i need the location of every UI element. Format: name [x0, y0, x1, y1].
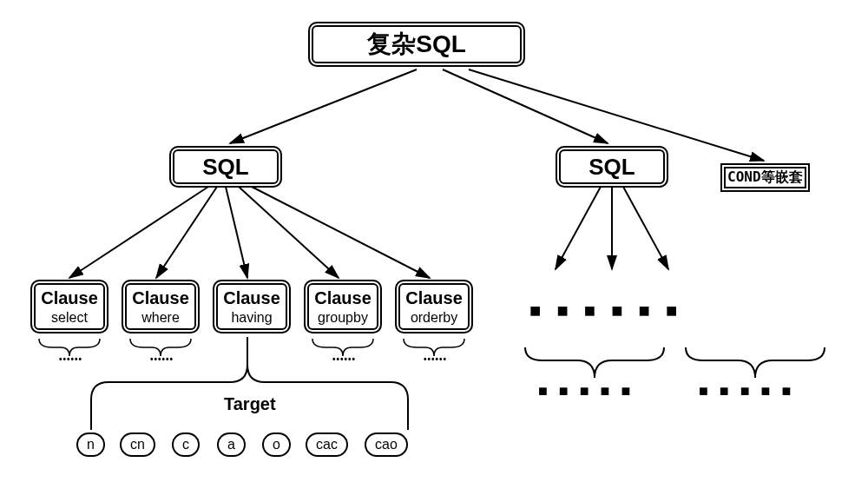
svg-line-4: [156, 187, 217, 278]
ellipsis-orderby: ••••••: [424, 354, 447, 364]
node-clause-orderby: Clause orderby: [395, 280, 473, 333]
clause-groupby-title: Clause: [314, 288, 372, 308]
node-clause-having: Clause having: [213, 280, 291, 333]
ellipsis-where: ••••••: [150, 354, 174, 364]
svg-line-3: [69, 187, 208, 278]
node-complex-sql: 复杂SQL: [308, 22, 525, 67]
target-c: c: [172, 432, 200, 457]
node-sql-right: SQL: [556, 146, 668, 188]
ellipsis-sql-right-mid: ■ ■ ■ ■ ■ ■: [529, 300, 682, 322]
svg-line-5: [226, 187, 247, 278]
ellipsis-brace-2: ■ ■ ■ ■ ■: [699, 382, 794, 400]
target-cac: cac: [306, 432, 348, 457]
target-n: n: [76, 432, 105, 457]
svg-line-0: [230, 69, 417, 143]
ellipsis-brace-1: ■ ■ ■ ■ ■: [538, 382, 634, 400]
svg-line-6: [239, 187, 339, 278]
clause-where-sub: where: [141, 310, 180, 326]
target-label: Target: [224, 394, 276, 414]
clause-orderby-sub: orderby: [411, 310, 457, 326]
clause-having-sub: having: [231, 310, 272, 326]
target-cn: cn: [120, 432, 155, 457]
complex-sql-label: 复杂SQL: [367, 28, 466, 61]
svg-line-7: [252, 187, 430, 278]
clause-groupby-sub: groupby: [318, 310, 368, 326]
ellipsis-select: ••••••: [59, 354, 82, 364]
target-cao: cao: [365, 432, 408, 457]
cond-label: COND等嵌套: [727, 168, 803, 185]
clause-orderby-title: Clause: [405, 288, 463, 308]
connector-lines: [0, 0, 868, 482]
clause-select-sub: select: [51, 310, 88, 326]
ellipsis-groupby: ••••••: [332, 354, 356, 364]
svg-line-1: [443, 69, 608, 143]
svg-line-8: [556, 187, 601, 269]
target-o: o: [262, 432, 291, 457]
node-clause-select: Clause select: [30, 280, 108, 333]
target-a: a: [217, 432, 246, 457]
node-clause-groupby: Clause groupby: [304, 280, 382, 333]
sql-left-label: SQL: [202, 154, 248, 181]
clause-having-title: Clause: [223, 288, 280, 308]
node-sql-left: SQL: [169, 146, 282, 188]
node-cond-nested: COND等嵌套: [720, 163, 810, 192]
node-clause-where: Clause where: [122, 280, 200, 333]
sql-right-label: SQL: [589, 154, 635, 181]
clause-select-title: Clause: [41, 288, 98, 308]
clause-where-title: Clause: [132, 288, 189, 308]
svg-line-10: [623, 187, 668, 269]
